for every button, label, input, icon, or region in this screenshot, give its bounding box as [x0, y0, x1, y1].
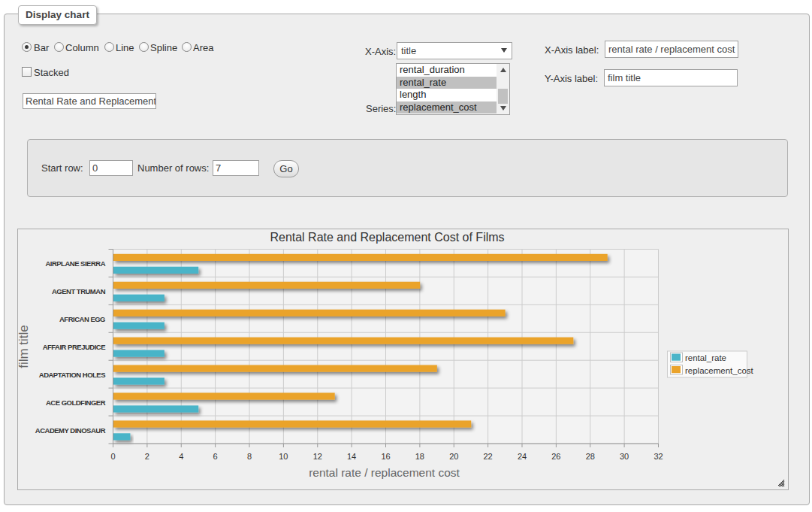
svg-text:AGENT TRUMAN: AGENT TRUMAN	[52, 287, 106, 295]
svg-text:AFRICAN EGG: AFRICAN EGG	[59, 315, 105, 323]
svg-text:32: 32	[654, 452, 663, 461]
svg-text:14: 14	[347, 452, 356, 461]
svg-text:10: 10	[279, 452, 288, 461]
svg-text:4: 4	[179, 452, 183, 461]
svg-text:ACADEMY DINOSAUR: ACADEMY DINOSAUR	[35, 426, 106, 435]
svg-text:replacement_cost: replacement_cost	[685, 366, 754, 375]
svg-text:6: 6	[213, 452, 218, 461]
svg-text:12: 12	[313, 452, 322, 461]
svg-text:24: 24	[518, 452, 527, 461]
svg-text:30: 30	[620, 452, 629, 461]
svg-text:ADAPTATION HOLES: ADAPTATION HOLES	[39, 371, 105, 379]
svg-text:rental rate / replacement cost: rental rate / replacement cost	[309, 466, 460, 479]
svg-text:0: 0	[110, 452, 115, 461]
svg-text:ACE GOLDFINGER: ACE GOLDFINGER	[46, 398, 106, 407]
svg-text:18: 18	[415, 452, 424, 461]
svg-text:26: 26	[551, 452, 560, 461]
svg-text:AIRPLANE SIERRA: AIRPLANE SIERRA	[45, 259, 105, 268]
svg-text:AFFAIR PREJUDICE: AFFAIR PREJUDICE	[43, 343, 105, 351]
svg-text:8: 8	[247, 452, 252, 461]
svg-text:28: 28	[586, 452, 595, 461]
svg-text:Rental Rate and Replacement Co: Rental Rate and Replacement Cost of Film…	[270, 231, 504, 244]
svg-text:rental_rate: rental_rate	[685, 353, 726, 362]
svg-text:16: 16	[381, 452, 390, 461]
svg-text:film title: film title	[17, 325, 31, 368]
svg-text:22: 22	[483, 452, 492, 461]
svg-text:20: 20	[449, 452, 458, 461]
svg-text:2: 2	[145, 452, 149, 461]
